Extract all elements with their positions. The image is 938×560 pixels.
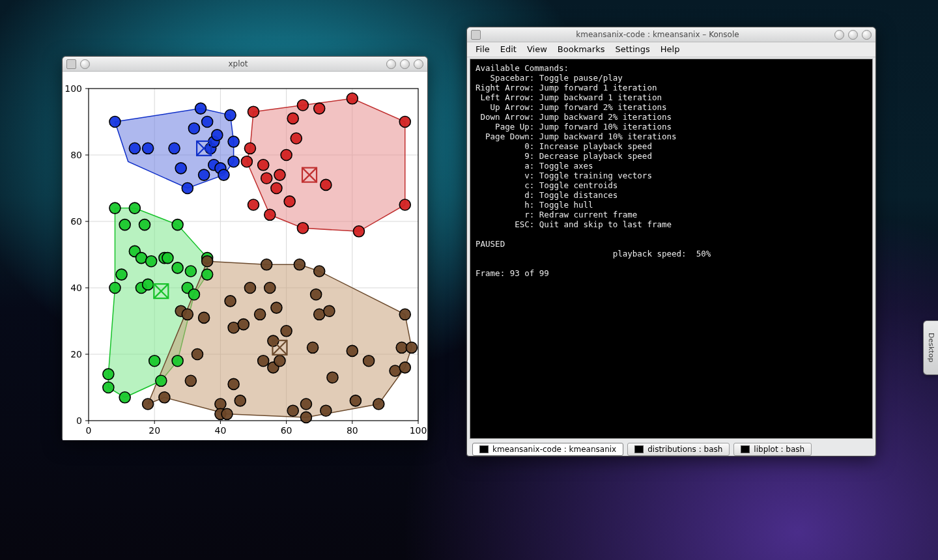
svg-point-38 bbox=[129, 143, 140, 154]
svg-point-104 bbox=[159, 392, 170, 403]
terminal-tab[interactable]: distributions : bash bbox=[627, 443, 730, 456]
xplot-window[interactable]: xplot 020406080100020406080100 bbox=[62, 56, 428, 440]
close-button[interactable] bbox=[862, 30, 872, 40]
svg-text:0: 0 bbox=[86, 425, 92, 436]
svg-point-89 bbox=[143, 279, 154, 290]
menu-file[interactable]: File bbox=[471, 44, 494, 55]
svg-point-110 bbox=[202, 256, 213, 267]
menubar[interactable]: FileEditViewBookmarksSettingsHelp bbox=[467, 42, 875, 57]
svg-point-79 bbox=[109, 283, 121, 294]
minimize-button[interactable] bbox=[834, 30, 844, 40]
svg-text:80: 80 bbox=[70, 150, 82, 160]
tab-label: libplot : bash bbox=[754, 445, 804, 454]
terminal-tab[interactable]: kmeansanix-code : kmeansanix bbox=[472, 443, 623, 456]
svg-point-148 bbox=[406, 342, 417, 353]
svg-point-66 bbox=[284, 196, 295, 207]
tab-label: kmeansanix-code : kmeansanix bbox=[492, 445, 616, 454]
svg-point-140 bbox=[347, 345, 358, 356]
svg-point-88 bbox=[139, 219, 150, 231]
svg-point-109 bbox=[199, 312, 210, 323]
terminal-viewport[interactable]: Available Commands: Spacebar: Toggle pau… bbox=[470, 59, 873, 439]
svg-point-133 bbox=[307, 342, 319, 353]
terminal-tab[interactable]: libplot : bash bbox=[733, 443, 812, 456]
svg-point-146 bbox=[399, 362, 410, 373]
svg-text:60: 60 bbox=[281, 425, 292, 436]
tab-label: distributions : bash bbox=[647, 445, 722, 454]
menu-bookmarks[interactable]: Bookmarks bbox=[553, 44, 610, 55]
svg-point-120 bbox=[255, 309, 266, 320]
svg-point-117 bbox=[234, 395, 246, 406]
window-title: xplot bbox=[94, 59, 382, 68]
svg-text:40: 40 bbox=[70, 283, 82, 293]
svg-point-59 bbox=[248, 106, 259, 117]
minimize-button[interactable] bbox=[386, 59, 396, 69]
svg-point-135 bbox=[314, 266, 325, 277]
menu-edit[interactable]: Edit bbox=[496, 44, 521, 55]
svg-text:40: 40 bbox=[214, 425, 226, 436]
svg-point-111 bbox=[215, 399, 226, 410]
svg-point-129 bbox=[287, 405, 298, 416]
menu-settings[interactable]: Settings bbox=[610, 44, 654, 55]
svg-text:100: 100 bbox=[410, 425, 427, 436]
svg-point-130 bbox=[294, 259, 305, 270]
konsole-titlebar[interactable]: kmeansanix-code : kmeansanix – Konsole bbox=[467, 27, 875, 42]
svg-point-116 bbox=[228, 378, 239, 389]
svg-point-69 bbox=[297, 223, 308, 234]
svg-point-97 bbox=[172, 219, 183, 231]
svg-point-73 bbox=[347, 93, 358, 104]
svg-point-37 bbox=[109, 117, 121, 128]
svg-text:0: 0 bbox=[76, 415, 82, 426]
tab-bar[interactable]: kmeansanix-code : kmeansanixdistribution… bbox=[467, 439, 875, 461]
kmeans-scatter-chart: 020406080100020406080100 bbox=[63, 72, 427, 440]
svg-point-46 bbox=[202, 117, 213, 128]
konsole-window[interactable]: kmeansanix-code : kmeansanix – Konsole F… bbox=[466, 27, 876, 456]
svg-point-60 bbox=[258, 160, 269, 171]
svg-point-134 bbox=[311, 289, 322, 300]
svg-point-127 bbox=[274, 356, 285, 367]
svg-point-44 bbox=[195, 103, 206, 114]
terminal-icon bbox=[741, 445, 750, 453]
svg-point-42 bbox=[182, 183, 193, 194]
close-button[interactable] bbox=[414, 59, 423, 69]
maximize-button[interactable] bbox=[400, 59, 410, 69]
svg-point-56 bbox=[241, 156, 252, 167]
svg-point-67 bbox=[287, 113, 298, 124]
svg-point-132 bbox=[300, 399, 311, 410]
svg-point-74 bbox=[353, 226, 364, 237]
svg-point-91 bbox=[149, 356, 160, 367]
svg-point-119 bbox=[244, 283, 255, 294]
svg-point-70 bbox=[297, 100, 308, 111]
svg-point-76 bbox=[399, 117, 410, 128]
svg-text:20: 20 bbox=[70, 349, 82, 359]
svg-point-100 bbox=[188, 289, 199, 300]
plot-area: 020406080100020406080100 bbox=[63, 72, 427, 440]
terminal-icon bbox=[634, 445, 644, 453]
svg-point-54 bbox=[228, 136, 239, 147]
svg-point-82 bbox=[119, 392, 130, 403]
svg-point-113 bbox=[221, 408, 233, 419]
minimize-button[interactable] bbox=[80, 59, 90, 69]
svg-point-78 bbox=[103, 369, 114, 380]
xplot-titlebar[interactable]: xplot bbox=[63, 57, 427, 72]
svg-point-84 bbox=[129, 203, 140, 214]
desktop-switcher-tab[interactable]: Desktop bbox=[923, 320, 938, 375]
svg-point-43 bbox=[188, 123, 199, 134]
svg-point-50 bbox=[212, 130, 223, 141]
svg-point-106 bbox=[182, 309, 193, 320]
app-icon bbox=[66, 59, 76, 69]
svg-point-121 bbox=[258, 356, 269, 367]
svg-point-143 bbox=[373, 399, 384, 410]
svg-point-52 bbox=[218, 169, 229, 180]
svg-point-40 bbox=[169, 143, 180, 154]
menu-help[interactable]: Help bbox=[656, 44, 685, 55]
svg-text:80: 80 bbox=[347, 425, 358, 436]
svg-point-96 bbox=[172, 262, 183, 273]
svg-point-108 bbox=[192, 349, 203, 360]
svg-point-81 bbox=[116, 269, 127, 280]
svg-point-147 bbox=[399, 309, 410, 320]
svg-point-99 bbox=[185, 266, 196, 277]
svg-point-138 bbox=[324, 305, 335, 316]
maximize-button[interactable] bbox=[848, 30, 858, 40]
menu-view[interactable]: View bbox=[522, 44, 552, 55]
svg-point-65 bbox=[281, 150, 292, 161]
